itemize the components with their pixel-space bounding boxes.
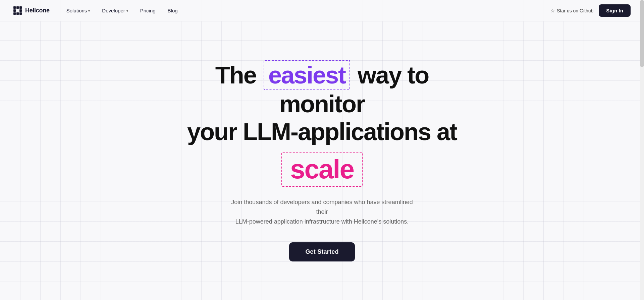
developer-chevron: ▾ xyxy=(126,9,128,13)
subtitle-line2: LLM-powered application infrastructure w… xyxy=(235,218,409,225)
get-started-button[interactable]: Get Started xyxy=(289,242,355,261)
github-link[interactable]: ☆ Star us on Github xyxy=(550,8,593,14)
scrollbar-track[interactable] xyxy=(640,0,644,300)
easiest-wrapper: easiest xyxy=(262,60,352,91)
easiest-box: easiest xyxy=(264,60,350,91)
developer-label: Developer xyxy=(102,8,125,13)
scrollbar-thumb[interactable] xyxy=(640,0,644,67)
pricing-label: Pricing xyxy=(140,8,156,13)
blog-label: Blog xyxy=(168,8,178,13)
hero-section: The easiest way to monitor your LLM-appl… xyxy=(0,21,644,300)
hero-line2: your LLM-applications at xyxy=(187,118,457,145)
subtitle-line1: Join thousands of developers and compani… xyxy=(231,199,413,215)
github-label: Star us on Github xyxy=(557,8,593,13)
navbar: Helicone Solutions ▾ Developer ▾ Pricing… xyxy=(0,0,644,21)
logo-icon xyxy=(13,6,22,15)
nav-blog[interactable]: Blog xyxy=(163,5,182,16)
scale-highlight: scale xyxy=(290,154,354,184)
logo[interactable]: Helicone xyxy=(13,6,50,15)
scale-wrapper: scale xyxy=(171,149,473,187)
hero-line1-before: The xyxy=(215,62,256,88)
star-icon: ☆ xyxy=(550,8,555,14)
nav-developer[interactable]: Developer ▾ xyxy=(97,5,132,16)
logo-dot-2 xyxy=(16,6,19,9)
solutions-chevron: ▾ xyxy=(88,9,90,13)
logo-dot-6 xyxy=(19,9,22,12)
logo-dot-5 xyxy=(16,9,19,12)
nav-solutions[interactable]: Solutions ▾ xyxy=(62,5,95,16)
easiest-highlight: easiest xyxy=(268,62,345,88)
nav-pricing[interactable]: Pricing xyxy=(136,5,160,16)
logo-dot-9 xyxy=(19,12,22,15)
signin-button[interactable]: Sign In xyxy=(599,4,631,17)
hero-subtitle: Join thousands of developers and compani… xyxy=(225,197,419,226)
logo-dot-4 xyxy=(13,9,16,12)
logo-dot-3 xyxy=(19,6,22,9)
brand-name: Helicone xyxy=(25,7,50,14)
nav-left: Helicone Solutions ▾ Developer ▾ Pricing… xyxy=(13,5,182,16)
logo-dot-8 xyxy=(16,12,19,15)
nav-right: ☆ Star us on Github Sign In xyxy=(550,4,631,17)
solutions-label: Solutions xyxy=(66,8,87,13)
scale-box: scale xyxy=(281,152,363,187)
hero-heading: The easiest way to monitor your LLM-appl… xyxy=(171,60,473,187)
logo-dot-7 xyxy=(13,12,16,15)
nav-links: Solutions ▾ Developer ▾ Pricing Blog xyxy=(62,5,182,16)
logo-dot-1 xyxy=(13,6,16,9)
